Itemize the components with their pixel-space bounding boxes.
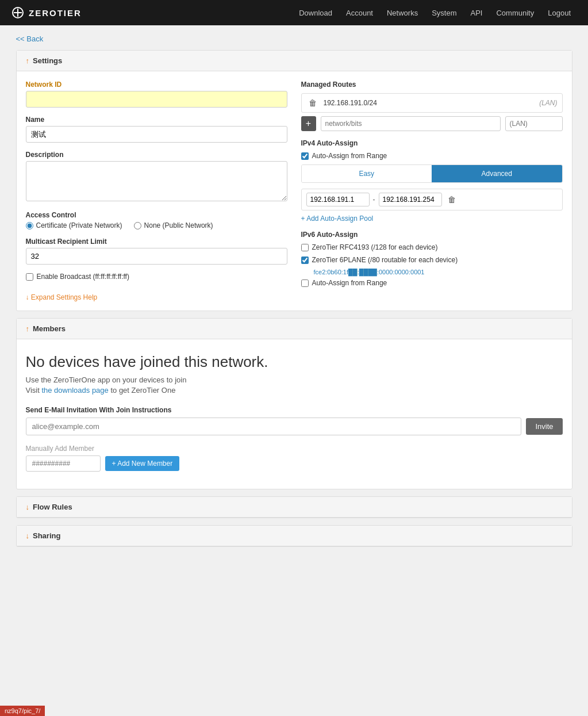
settings-header[interactable]: ↑ Settings — [17, 51, 572, 71]
managed-routes-label: Managed Routes — [301, 81, 563, 89]
broadcast-checkbox-label[interactable]: Enable Broadcast (ff:ff:ff:ff:ff:ff) — [26, 273, 287, 281]
network-id-input[interactable] — [26, 91, 287, 108]
nav-download[interactable]: Download — [293, 5, 338, 21]
invite-section: Send E-Mail Invitation With Join Instruc… — [26, 406, 563, 435]
access-control-group: Access Control Certificate (Private Netw… — [26, 211, 287, 229]
ipv6-addr-display: fce2:0b60:1f██:████:0000:0000:0001 — [314, 269, 563, 275]
subtitle2-suffix: to get ZeroTier One — [109, 386, 176, 395]
description-input[interactable] — [26, 161, 287, 201]
ip-range-end-input[interactable] — [379, 193, 442, 206]
manually-add-label: Manually Add Member — [26, 445, 563, 453]
downloads-page-link[interactable]: the downloads page — [41, 386, 108, 395]
route-lan-input[interactable] — [505, 116, 563, 131]
route-ip: 192.168.191.0/24 — [324, 99, 535, 107]
route-row-0: 🗑 192.168.191.0/24 (LAN) — [301, 93, 563, 113]
access-control-radio-group: Certificate (Private Network) None (Publ… — [26, 221, 287, 229]
network-id-label: Network ID — [26, 81, 287, 89]
radio-certificate-label: Certificate (Private Network) — [36, 221, 122, 229]
route-add-row: + — [301, 116, 563, 131]
radio-none[interactable]: None (Public Network) — [134, 221, 213, 229]
name-group: Name — [26, 116, 287, 143]
sharing-header-label: Sharing — [33, 531, 60, 540]
ipv6-rfc4193-checkbox[interactable] — [301, 244, 309, 251]
member-subtitle-1: Use the ZeroTierOne app on your devices … — [26, 376, 563, 384]
members-section: ↑ Members No devices have joined this ne… — [16, 318, 572, 489]
multicast-input[interactable] — [26, 248, 287, 265]
ipv4-auto-assign-checkbox[interactable] — [301, 152, 309, 160]
ipv6-auto-assign-label: IPv6 Auto-Assign — [301, 231, 563, 239]
multicast-group: Multicast Recipient Limit — [26, 238, 287, 265]
ipv6-range-checkbox[interactable] — [301, 279, 309, 287]
radio-certificate-input[interactable] — [26, 222, 33, 229]
radio-certificate[interactable]: Certificate (Private Network) — [26, 221, 122, 229]
settings-body: Network ID Name Description — [17, 71, 572, 311]
ipv6-auto-assign-group: IPv6 Auto-Assign ZeroTier RFC4193 (/128 … — [301, 231, 563, 287]
nav-logout[interactable]: Logout — [542, 5, 577, 21]
brand-name: ZEROTIER — [29, 8, 82, 18]
invite-email-input[interactable] — [26, 418, 522, 435]
settings-right-col: Managed Routes 🗑 192.168.191.0/24 (LAN) … — [301, 81, 563, 301]
no-devices-heading: No devices have joined this network. — [26, 353, 563, 371]
members-header[interactable]: ↑ Members — [17, 319, 572, 339]
nav-community[interactable]: Community — [490, 5, 540, 21]
flow-rules-header[interactable]: ↓ Flow Rules — [17, 497, 572, 518]
nav-networks[interactable]: Networks — [381, 5, 424, 21]
route-lan: (LAN) — [539, 99, 557, 107]
invite-button[interactable]: Invite — [526, 418, 562, 435]
ipv4-auto-assign-checkbox-label: Auto-Assign from Range — [312, 152, 387, 160]
radio-none-input[interactable] — [134, 222, 141, 229]
member-subtitle-2: Visit the downloads page to get ZeroTier… — [26, 386, 563, 395]
ipv6-6plane-checkbox[interactable] — [301, 256, 309, 264]
ipv6-addr-highlight1: ██ — [348, 269, 358, 275]
ipv6-6plane-label: ZeroTier 6PLANE (/80 routable for each d… — [312, 256, 458, 264]
sharing-header[interactable]: ↓ Sharing — [17, 526, 572, 546]
description-group: Description — [26, 151, 287, 203]
ipv4-auto-assign-checkbox-row: Auto-Assign from Range — [301, 152, 563, 160]
subtitle2-prefix: Visit — [26, 386, 42, 395]
ipv6-rfc4193-label: ZeroTier RFC4193 (/128 for each device) — [312, 243, 438, 251]
flow-rules-header-label: Flow Rules — [33, 503, 72, 511]
radio-none-label: None (Public Network) — [144, 221, 213, 229]
ipv6-rfc4193-row: ZeroTier RFC4193 (/128 for each device) — [301, 243, 563, 251]
ipv6-addr-suffix: :0000:0000:0001 — [377, 269, 425, 275]
route-network-input[interactable] — [321, 116, 501, 131]
name-input[interactable] — [26, 126, 287, 143]
invite-row: Invite — [26, 418, 563, 435]
ipv4-auto-assign-label: IPv4 Auto-Assign — [301, 139, 563, 147]
back-link[interactable]: << Back — [16, 35, 44, 43]
ipv6-range-row: Auto-Assign from Range — [301, 279, 563, 287]
ipv6-range-label: Auto-Assign from Range — [312, 279, 387, 287]
ipv4-auto-assign-group: IPv4 Auto-Assign Auto-Assign from Range … — [301, 139, 563, 223]
delete-pool-button[interactable]: 🗑 — [445, 194, 458, 205]
ipv4-tab-row: Easy Advanced — [301, 164, 563, 183]
invite-label: Send E-Mail Invitation With Join Instruc… — [26, 406, 563, 414]
nav-links: Download Account Networks System API Com… — [293, 5, 577, 21]
add-pool-link[interactable]: + Add Auto-Assign Pool — [301, 215, 374, 223]
ip-range-separator: - — [373, 196, 375, 204]
ip-range-row: - 🗑 — [301, 189, 563, 210]
zerotier-logo — [11, 6, 24, 19]
managed-routes-group: Managed Routes 🗑 192.168.191.0/24 (LAN) … — [301, 81, 563, 131]
expand-help-link[interactable]: ↓ Expand Settings Help — [26, 293, 98, 301]
tab-advanced-button[interactable]: Advanced — [432, 165, 562, 182]
sharing-section: ↓ Sharing — [16, 525, 572, 547]
manually-add-input[interactable] — [26, 455, 101, 472]
brand: ZEROTIER — [11, 6, 82, 19]
tab-easy-button[interactable]: Easy — [302, 165, 432, 182]
nav-api[interactable]: API — [465, 5, 489, 21]
add-member-button[interactable]: + Add New Member — [105, 456, 180, 471]
delete-route-button[interactable]: 🗑 — [306, 97, 319, 109]
nav-account[interactable]: Account — [340, 5, 379, 21]
navbar: ZEROTIER Download Account Networks Syste… — [0, 0, 588, 25]
add-route-button[interactable]: + — [301, 116, 316, 131]
manually-add-group: Manually Add Member + Add New Member — [26, 445, 563, 472]
broadcast-checkbox[interactable] — [26, 273, 33, 281]
settings-left-col: Network ID Name Description — [26, 81, 287, 301]
members-arrow-icon: ↑ — [26, 324, 30, 333]
flow-rules-arrow-icon: ↓ — [26, 503, 30, 511]
ip-range-start-input[interactable] — [306, 193, 370, 206]
members-body: No devices have joined this network. Use… — [17, 339, 572, 489]
sharing-arrow-icon: ↓ — [26, 531, 30, 540]
nav-system[interactable]: System — [426, 5, 462, 21]
manually-add-row: + Add New Member — [26, 455, 563, 472]
